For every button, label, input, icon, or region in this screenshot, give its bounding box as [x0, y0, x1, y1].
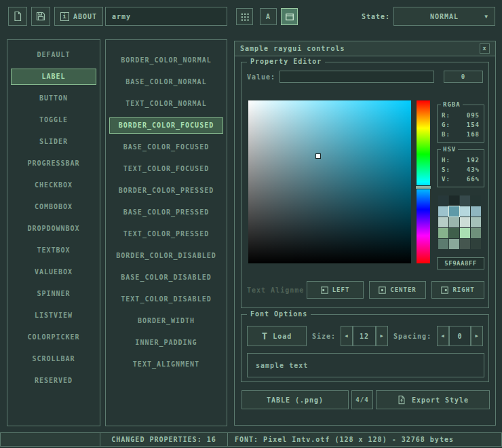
- property-item[interactable]: BORDER_COLOR_PRESSED: [109, 183, 223, 199]
- size-value-box[interactable]: 12: [353, 326, 376, 346]
- rgba-title: RGBA: [441, 101, 463, 108]
- controls-item[interactable]: SCROLLBAR: [11, 351, 96, 367]
- controls-item[interactable]: DEFAULT: [11, 47, 96, 63]
- font-letter-icon: A: [266, 13, 271, 20]
- hue-bar[interactable]: [417, 100, 430, 263]
- property-item[interactable]: TEXT_COLOR_PRESSED: [109, 226, 223, 242]
- palette-swatch[interactable]: [471, 206, 481, 217]
- align-right-button[interactable]: RIGHT: [431, 281, 484, 299]
- property-item[interactable]: BORDER_COLOR_NORMAL: [109, 52, 223, 69]
- state-dropdown[interactable]: NORMAL ▼: [393, 7, 495, 26]
- property-item-selected[interactable]: BORDER_COLOR_FOCUSED: [109, 117, 223, 134]
- rgba-row-g: G:154: [442, 120, 480, 130]
- palette-swatch[interactable]: [438, 217, 448, 227]
- palette-swatch[interactable]: [460, 239, 470, 249]
- hsv-panel: HSV H:192 S:43% V:66%: [437, 149, 484, 187]
- sv-cursor[interactable]: [315, 153, 321, 159]
- spacing-decrement-button[interactable]: ◀: [437, 326, 449, 346]
- property-item[interactable]: BASE_COLOR_NORMAL: [109, 74, 223, 90]
- property-item[interactable]: INNER_PADDING: [109, 335, 223, 351]
- align-center-button[interactable]: CENTER: [369, 281, 426, 299]
- value-input[interactable]: [279, 71, 434, 83]
- sample-text-box[interactable]: sample text: [247, 353, 484, 377]
- palette-swatch[interactable]: [471, 228, 481, 238]
- palette-swatch[interactable]: [471, 217, 481, 227]
- palette-swatch[interactable]: [460, 206, 470, 217]
- controls-list: DEFAULT LABEL BUTTON TOGGLE SLIDER PROGR…: [7, 39, 100, 426]
- size-label: Size:: [312, 333, 336, 340]
- size-decrement-button[interactable]: ◀: [341, 326, 353, 346]
- color-picker-area[interactable]: [248, 100, 411, 263]
- property-item[interactable]: BASE_COLOR_FOCUSED: [109, 139, 223, 155]
- controls-item[interactable]: COMBOBOX: [11, 199, 96, 215]
- controls-item-selected[interactable]: LABEL: [11, 69, 96, 85]
- properties-list: BORDER_COLOR_NORMAL BASE_COLOR_NORMAL TE…: [105, 39, 227, 426]
- grid-icon: [240, 12, 250, 22]
- property-editor-group: Property Editor Value: 0 RGBA R:095 G:15…: [241, 62, 489, 308]
- chevron-down-icon: ▼: [484, 14, 488, 20]
- property-item[interactable]: TEXT_COLOR_NORMAL: [109, 96, 223, 112]
- controls-item[interactable]: PROGRESSBAR: [11, 155, 96, 172]
- property-item[interactable]: BORDER_COLOR_DISABLED: [109, 248, 223, 264]
- about-button[interactable]: i ABOUT: [54, 7, 103, 26]
- property-item[interactable]: TEXT_COLOR_FOCUSED: [109, 161, 223, 177]
- controls-item[interactable]: VALUEBOX: [11, 264, 96, 280]
- style-table-button[interactable]: [281, 8, 298, 25]
- property-item[interactable]: BORDER_WIDTH: [109, 313, 223, 329]
- controls-item[interactable]: SLIDER: [11, 134, 96, 150]
- size-increment-button[interactable]: ▶: [376, 326, 388, 346]
- hex-value-box[interactable]: 5F9AA8FF: [437, 257, 484, 269]
- hsv-title: HSV: [441, 146, 458, 153]
- grid-view-button[interactable]: [236, 8, 253, 25]
- export-style-button[interactable]: Export Style: [376, 390, 490, 409]
- controls-item[interactable]: DROPDOWNBOX: [11, 221, 96, 237]
- statusbar: CHANGED PROPERTIES: 16 FONT: Pixel Intv.…: [0, 432, 502, 447]
- palette-swatch[interactable]: [471, 195, 481, 206]
- controls-item[interactable]: TOGGLE: [11, 112, 96, 128]
- palette-swatch[interactable]: [460, 228, 470, 238]
- palette-swatch[interactable]: [449, 195, 459, 206]
- controls-item[interactable]: RESERVED: [11, 373, 96, 389]
- controls-item[interactable]: BUTTON: [11, 90, 96, 107]
- about-label: ABOUT: [73, 13, 97, 20]
- controls-item[interactable]: TEXTBOX: [11, 242, 96, 259]
- palette-swatch[interactable]: [438, 195, 448, 206]
- palette-swatch[interactable]: [438, 228, 448, 238]
- style-name-input[interactable]: [105, 7, 227, 26]
- hue-slider[interactable]: [415, 185, 431, 189]
- spacing-value-box[interactable]: 0: [449, 326, 471, 346]
- text-alignment-label: Text Alignme: [247, 286, 305, 294]
- palette-swatch[interactable]: [449, 206, 459, 217]
- palette-swatch[interactable]: [449, 217, 459, 227]
- font-atlas-button[interactable]: A: [260, 8, 277, 25]
- close-button[interactable]: x: [480, 43, 490, 54]
- value-box[interactable]: 0: [444, 71, 483, 83]
- palette-swatch[interactable]: [449, 239, 459, 249]
- load-font-button[interactable]: T Load: [247, 326, 307, 346]
- palette-swatch[interactable]: [460, 195, 470, 206]
- palette-swatch[interactable]: [471, 239, 481, 249]
- toolbar: i ABOUT A State: NORMAL ▼: [0, 0, 502, 34]
- controls-item[interactable]: CHECKBOX: [11, 177, 96, 193]
- info-icon: i: [60, 12, 69, 21]
- value-label: Value:: [247, 73, 275, 81]
- align-left-button[interactable]: LEFT: [307, 281, 364, 299]
- controls-item[interactable]: COLORPICKER: [11, 329, 96, 346]
- window-titlebar[interactable]: Sample raygui controls x: [235, 41, 495, 56]
- property-item[interactable]: TEXT_ALIGNMENT: [109, 356, 223, 373]
- property-item[interactable]: BASE_COLOR_PRESSED: [109, 204, 223, 221]
- table-export-button[interactable]: TABLE (.png): [242, 390, 349, 409]
- table-counter-box[interactable]: 4/4: [351, 390, 373, 409]
- palette-swatch[interactable]: [438, 206, 448, 217]
- property-item[interactable]: BASE_COLOR_DISABLED: [109, 269, 223, 286]
- property-item[interactable]: TEXT_COLOR_DISABLED: [109, 291, 223, 307]
- save-style-button[interactable]: [31, 7, 50, 26]
- controls-item[interactable]: SPINNER: [11, 286, 96, 302]
- palette-swatch[interactable]: [438, 239, 448, 249]
- palette-swatch[interactable]: [449, 228, 459, 238]
- palette-grid: [438, 195, 481, 249]
- new-style-button[interactable]: [8, 7, 27, 26]
- spacing-increment-button[interactable]: ▶: [471, 326, 483, 346]
- palette-swatch[interactable]: [460, 217, 470, 227]
- controls-item[interactable]: LISTVIEW: [11, 307, 96, 324]
